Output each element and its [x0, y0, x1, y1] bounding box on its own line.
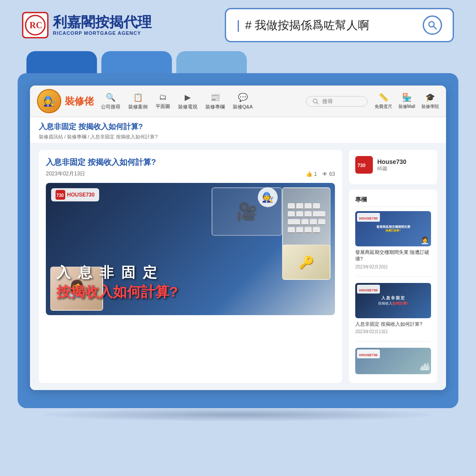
nav-item-cases[interactable]: 📋 裝修案例	[128, 93, 148, 110]
svg-text:730: 730	[357, 163, 365, 168]
company-logo-area: RC 利嘉閣按揭代理 RICACORP MORTGAGE AGENCY	[22, 12, 152, 38]
article-image: 🎥 🔑 👩‍💼	[46, 183, 335, 315]
company-name: 利嘉閣按揭代理 RICACORP MORTGAGE AGENCY	[53, 15, 152, 35]
mascot-icon: 🧑‍🔧	[37, 89, 61, 113]
hashtag-text: # 我做按揭係爲咗幫人啊	[245, 18, 417, 33]
folder-body: 🧑‍🔧 裝修佬 🔍 公司搜尋 📋 裝修案例 🗂 平面圖 ▶	[18, 73, 458, 408]
article-image-overlay: 入 息 非 固 定 按揭收入如何計算?	[46, 254, 335, 315]
sidebar-article-title-2: 入息非固定 按揭收入如何計算?	[355, 321, 431, 327]
header-search-bar[interactable]: | # 我做按揭係爲咗幫人啊	[225, 8, 454, 42]
search-pipe: |	[237, 18, 240, 32]
tv-icon: ▶	[185, 93, 191, 102]
house730-text: HOUSE730	[67, 192, 95, 198]
folder-tab-3[interactable]	[176, 51, 247, 73]
article-stats: 👍 1 👁 63	[306, 171, 335, 177]
views-icon: 👁 63	[322, 171, 335, 177]
right-nav-measure[interactable]: 📏 免費度尺	[375, 93, 392, 110]
keyboard-visual	[288, 203, 325, 233]
right-nav-mall[interactable]: 🏪 裝修Mall	[398, 93, 415, 110]
nav-item-company[interactable]: 🔍 公司搜尋	[101, 93, 120, 110]
folder-tab-1[interactable]	[26, 51, 97, 73]
content-area: 入息非固定 按揭收入如何計算? 2023年02月13日 👍 1 👁 63 🎥	[30, 143, 446, 390]
main-article: 入息非固定 按揭收入如何計算? 2023年02月13日 👍 1 👁 63 🎥	[39, 150, 342, 383]
column-icon: 📰	[210, 93, 220, 102]
folder-tabs	[0, 51, 476, 73]
sidebar-article-title-1: 發展商延期交樓期間失業 險遭訂破壞?	[355, 249, 431, 263]
academy-icon: 🎓	[425, 93, 435, 102]
svg-text:RC: RC	[30, 20, 42, 30]
company-chinese-name: 利嘉閣按揭代理	[53, 15, 152, 30]
site-name: 裝修佬	[65, 95, 94, 108]
mall-icon: 🏪	[402, 93, 412, 102]
folder-shadow	[44, 408, 432, 421]
right-nav-label-measure: 免費度尺	[375, 104, 392, 110]
sidebar-article-1[interactable]: 發展商延期交樓期間失業 險遭訂破壞? HOUSE730 👩‍💼 發展商延期交樓期…	[355, 211, 431, 277]
mascot-overlay: 🧑‍🔧	[258, 187, 278, 207]
sidebar-articles: 專欄 發展商延期交樓期間失業 險遭訂破壞? HOUSE730	[349, 190, 437, 383]
sidebar-author: 730 House730 65篇	[349, 150, 437, 184]
browser-search-bar[interactable]	[306, 96, 368, 107]
browser-nav: 🧑‍🔧 裝修佬 🔍 公司搜尋 📋 裝修案例 🗂 平面圖 ▶	[30, 86, 446, 117]
nav-label-cases: 裝修案例	[128, 104, 148, 110]
svg-line-6	[316, 102, 318, 104]
nav-label-column: 裝修專欄	[205, 104, 225, 110]
sidebar-article-date-1: 2023年02月20日	[355, 264, 431, 270]
author-header: 730 House730 65篇	[355, 156, 431, 174]
page-title: 入息非固定 按揭收入如何計算?	[39, 122, 437, 132]
sidebar-thumb-1: 發展商延期交樓期間失業 險遭訂破壞? HOUSE730 👩‍💼	[355, 211, 431, 246]
sidebar-section-title: 專欄	[355, 196, 431, 207]
breadcrumb: 裝修資訊站 / 裝修專欄 / 入息非固定 按揭收入如何計算?	[39, 134, 437, 140]
svg-text:730: 730	[56, 193, 64, 198]
nav-item-floorplan[interactable]: 🗂 平面圖	[156, 93, 170, 110]
author-info: House730 65篇	[377, 158, 431, 172]
nav-label-company: 公司搜尋	[101, 104, 120, 110]
site-logo: 🧑‍🔧 裝修佬	[37, 89, 94, 113]
house730-overlay-logo: 730 HOUSE730	[51, 188, 99, 201]
search-icon[interactable]	[423, 15, 442, 35]
cases-icon: 📋	[133, 93, 143, 102]
author-count: 65篇	[377, 165, 431, 172]
sidebar-thumb-2: 入息非固定 按揭收入如何計算? HOUSE730	[355, 283, 431, 318]
nav-item-qa[interactable]: 💬 裝修Q&A	[233, 93, 253, 110]
author-logo: 730	[355, 156, 373, 174]
sidebar-article-date-2: 2023年02月13日	[355, 329, 431, 335]
article-image-title-line2: 按揭收入如何計算?	[56, 283, 324, 302]
author-name: House730	[377, 158, 431, 165]
right-nav-label-academy: 裝修學院	[421, 104, 439, 110]
article-date: 2023年02月13日	[46, 170, 85, 178]
svg-line-4	[434, 26, 436, 29]
right-nav-label-mall: 裝修Mall	[398, 104, 415, 110]
sidebar-article-3[interactable]: HOUSE730 🏙	[355, 348, 431, 374]
folder-tab-2[interactable]	[101, 51, 172, 73]
company-english-name: RICACORP MORTGAGE AGENCY	[53, 30, 152, 36]
nav-items: 🔍 公司搜尋 📋 裝修案例 🗂 平面圖 ▶ 裝修電視 📰 裝修專欄	[101, 93, 299, 110]
article-meta: 2023年02月13日 👍 1 👁 63	[46, 170, 335, 178]
top-bar: RC 利嘉閣按揭代理 RICACORP MORTGAGE AGENCY | # …	[0, 0, 476, 47]
article-title: 入息非固定 按揭收入如何計算?	[46, 157, 335, 167]
browser-window: 🧑‍🔧 裝修佬 🔍 公司搜尋 📋 裝修案例 🗂 平面圖 ▶	[30, 86, 446, 390]
right-nav-items: 📏 免費度尺 🏪 裝修Mall 🎓 裝修學院	[375, 93, 439, 110]
image-block-keyboard	[282, 187, 331, 249]
nav-label-tv: 裝修電視	[178, 104, 197, 110]
qa-icon: 💬	[238, 93, 248, 102]
likes-icon: 👍 1	[306, 171, 317, 177]
nav-label-qa: 裝修Q&A	[233, 104, 253, 110]
sidebar-thumb-3: HOUSE730 🏙	[355, 348, 431, 374]
breadcrumb-area: 入息非固定 按揭收入如何計算? 裝修資訊站 / 裝修專欄 / 入息非固定 按揭收…	[30, 117, 446, 143]
sidebar: 730 House730 65篇 專欄	[349, 150, 437, 383]
sidebar-article-2[interactable]: 入息非固定 按揭收入如何計算? HOUSE730 入息非固定 按揭收入如何計算?…	[355, 283, 431, 342]
nav-item-tv[interactable]: ▶ 裝修電視	[178, 93, 197, 110]
browser-search-input[interactable]	[322, 98, 357, 104]
article-image-title-line1: 入 息 非 固 定	[56, 263, 324, 283]
nav-item-column[interactable]: 📰 裝修專欄	[205, 93, 225, 110]
floorplan-icon: 🗂	[159, 93, 167, 102]
nav-label-floorplan: 平面圖	[156, 103, 170, 110]
right-nav-academy[interactable]: 🎓 裝修學院	[421, 93, 439, 110]
company-search-icon: 🔍	[106, 93, 115, 102]
measure-icon: 📏	[379, 93, 388, 102]
rc-emblem-icon: RC	[22, 12, 48, 38]
